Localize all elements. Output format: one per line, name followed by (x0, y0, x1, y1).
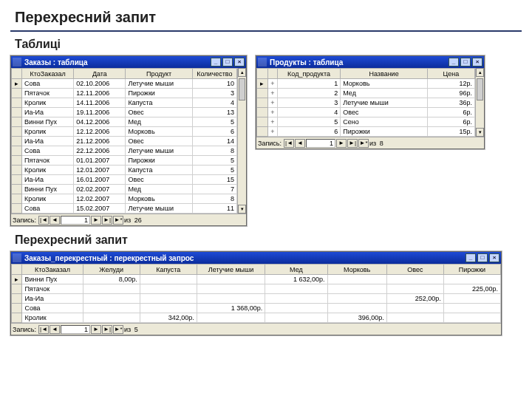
cell[interactable]: Кролик (22, 166, 74, 175)
col-header[interactable]: Желуди (83, 265, 140, 275)
cell[interactable]: Пятачок (22, 156, 74, 166)
nav-new[interactable]: ►* (113, 325, 123, 334)
cell[interactable]: Иа-Иа (22, 108, 74, 117)
cell[interactable]: Овес (126, 108, 192, 117)
scroll-down-icon[interactable]: ▾ (238, 205, 246, 214)
maximize-button[interactable]: □ (460, 58, 471, 66)
row-selector[interactable] (257, 108, 268, 117)
cell[interactable] (265, 304, 327, 313)
row-selector[interactable] (257, 127, 268, 137)
cell[interactable] (265, 294, 327, 304)
cell[interactable] (140, 275, 197, 284)
cell[interactable]: Иа-Иа (22, 294, 83, 304)
nav-last[interactable]: ►| (102, 216, 112, 225)
nav-prev[interactable]: ◄ (295, 139, 305, 148)
scroll-thumb[interactable] (477, 78, 483, 100)
col-header[interactable]: Летучие мыши (197, 265, 265, 275)
cell[interactable]: 2 (277, 89, 341, 98)
maximize-button[interactable]: □ (222, 58, 233, 66)
table-row[interactable]: Сова22.12.2006Летучие мыши8 (12, 146, 237, 156)
col-header[interactable]: КтоЗаказал (22, 265, 83, 275)
cell[interactable]: 04.12.2006 (74, 117, 126, 127)
cell[interactable]: 8 (192, 146, 236, 156)
cell[interactable]: Сова (22, 79, 74, 89)
cell[interactable]: Мед (341, 89, 428, 98)
cell[interactable]: 15 (192, 175, 236, 185)
cell[interactable]: 3 (277, 98, 341, 108)
col-header[interactable]: Продукт (126, 69, 192, 79)
scroll-up-icon[interactable]: ▴ (238, 68, 246, 77)
scroll-thumb[interactable] (239, 78, 245, 100)
cell[interactable]: 96р. (427, 89, 474, 98)
row-selector[interactable] (257, 89, 268, 98)
table-row[interactable]: Иа-Иа21.12.2006Овес14 (12, 137, 237, 146)
cell[interactable]: 4 (277, 108, 341, 117)
scrollbar[interactable]: ▴ ▾ (475, 68, 484, 137)
cell[interactable]: Винни Пух (22, 275, 83, 284)
cell[interactable]: 14 (192, 137, 236, 146)
cell[interactable]: Сова (22, 146, 74, 156)
nav-last[interactable]: ►| (102, 325, 112, 334)
maximize-button[interactable]: □ (477, 253, 488, 262)
table-row[interactable]: Кролик12.12.2006Морковь6 (12, 127, 237, 137)
cell[interactable]: 12р. (427, 79, 474, 89)
cell[interactable]: 396,00р. (327, 313, 386, 323)
orders-titlebar[interactable]: Заказы : таблица _ □ × (11, 56, 246, 68)
cell[interactable]: Овес (126, 175, 192, 185)
table-row[interactable]: Кролик12.01.2007Капуста5 (12, 166, 237, 175)
table-row[interactable]: Иа-Иа19.11.2006Овес13 (12, 108, 237, 117)
cell[interactable] (83, 313, 140, 323)
cell[interactable]: 5 (192, 166, 236, 175)
table-row[interactable]: Пятачок225,00р. (12, 284, 501, 294)
cell[interactable] (265, 313, 327, 323)
row-selector[interactable] (12, 313, 22, 323)
cell[interactable]: Летучие мыши (126, 204, 192, 214)
cell[interactable]: Морковь (126, 127, 192, 137)
row-selector[interactable] (12, 194, 22, 204)
cell[interactable]: Винни Пух (22, 185, 74, 194)
row-selector[interactable] (12, 294, 22, 304)
table-row[interactable]: +4Овес6р. (257, 108, 475, 117)
products-table[interactable]: Код_продукта Название Цена ▸+1Морковь12р… (256, 68, 475, 137)
row-selector[interactable] (12, 156, 22, 166)
expand-icon[interactable]: + (267, 89, 277, 98)
cell[interactable] (140, 284, 197, 294)
table-row[interactable]: Кролик342,00р.396,00р. (12, 313, 501, 323)
cell[interactable] (386, 304, 443, 313)
cell[interactable]: Пирожки (126, 156, 192, 166)
table-row[interactable]: Пятачок12.11.2006Пирожки3 (12, 89, 237, 98)
cell[interactable]: Кролик (22, 127, 74, 137)
scroll-up-icon[interactable]: ▴ (476, 68, 484, 77)
cell[interactable]: Иа-Иа (22, 175, 74, 185)
cell[interactable] (443, 294, 500, 304)
cell[interactable] (327, 284, 386, 294)
row-selector[interactable] (12, 127, 22, 137)
cell[interactable]: 10 (192, 79, 236, 89)
cell[interactable]: Капуста (126, 166, 192, 175)
cell[interactable] (386, 313, 443, 323)
cell[interactable]: Летучие мыши (341, 98, 428, 108)
nav-first[interactable]: |◄ (284, 139, 294, 148)
cell[interactable] (197, 275, 265, 284)
cell[interactable]: Летучие мыши (126, 79, 192, 89)
cell[interactable] (140, 294, 197, 304)
cell[interactable]: Кролик (22, 98, 74, 108)
scrollbar[interactable]: ▴ ▾ (237, 68, 246, 214)
cell[interactable]: Пирожки (126, 89, 192, 98)
nav-position[interactable] (306, 139, 335, 148)
row-selector[interactable] (12, 117, 22, 127)
table-row[interactable]: Винни Пух02.02.2007Мед7 (12, 185, 237, 194)
row-selector[interactable] (12, 98, 22, 108)
cell[interactable]: 12.11.2006 (74, 89, 126, 98)
cell[interactable]: Пятачок (22, 284, 83, 294)
table-row[interactable]: Иа-Иа252,00р. (12, 294, 501, 304)
cell[interactable]: Сова (22, 204, 74, 214)
row-selector[interactable] (12, 108, 22, 117)
col-header[interactable]: Цена (427, 69, 474, 79)
row-selector[interactable] (12, 284, 22, 294)
table-row[interactable]: +3Летучие мыши36р. (257, 98, 475, 108)
cell[interactable]: Пирожки (341, 127, 428, 137)
cell[interactable]: 12.12.2006 (74, 127, 126, 137)
col-header[interactable]: Код_продукта (277, 69, 341, 79)
table-row[interactable]: Кролик12.02.2007Морковь8 (12, 194, 237, 204)
